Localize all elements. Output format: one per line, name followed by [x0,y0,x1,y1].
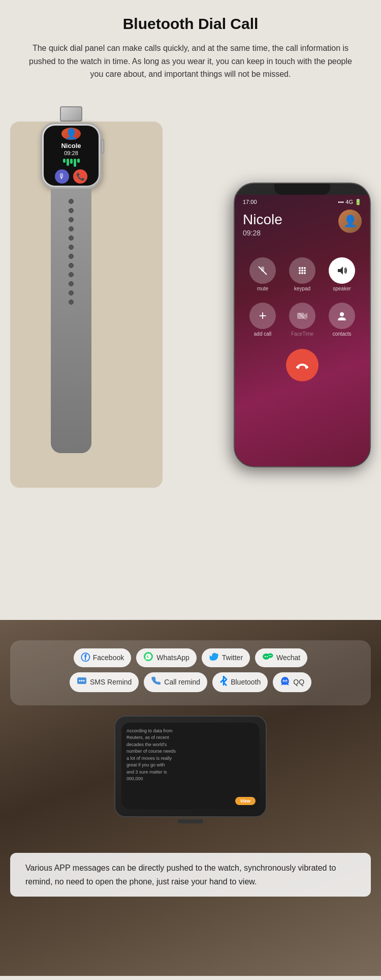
strap-hole-9 [69,272,74,277]
call-buttons-row-1: mute keypad [243,257,362,291]
call-remind-label: Call remind [164,678,200,686]
view-button[interactable]: View [235,797,256,805]
watch-buckle-top [60,106,82,122]
svg-point-21 [267,656,268,657]
watch-end-call-button[interactable]: 📞 [73,169,87,184]
watch-caller-name: Nicole [61,142,81,150]
qq-pill: QQ [273,672,311,692]
qq-icon [280,676,290,689]
mute-button-wrap: mute [249,257,276,291]
svg-point-30 [283,680,284,682]
svg-point-1 [299,267,301,269]
watch-container: 👤 Nicole 09:28 🎙 📞 [41,106,102,453]
section-dial: Bluetooth Dial Call The quick dial panel… [0,0,381,81]
section-description: The quick dial panel can make calls quic… [23,42,358,81]
whatsapp-icon [143,651,153,664]
facebook-pill: ⓕ Facebook [74,648,131,667]
call-remind-icon [151,676,161,689]
end-call-button[interactable] [286,349,319,381]
bluetooth-label: Bluetooth [231,678,261,686]
pills-row-2: SMS Remind Call remind [16,672,365,692]
bar4 [74,159,76,167]
keypad-button[interactable] [289,257,315,284]
contacts-button[interactable] [329,303,355,329]
svg-point-6 [304,270,306,272]
svg-marker-10 [338,266,343,275]
svg-point-7 [299,272,301,274]
wechat-icon [262,651,273,664]
bar1 [63,159,66,163]
svg-point-22 [269,655,270,656]
mute-label: mute [257,286,268,291]
whatsapp-label: WhatsApp [156,654,189,662]
svg-point-31 [286,680,287,682]
sms-label: SMS Remind [90,678,132,686]
twitter-icon [209,651,219,664]
facebook-icon: ⓕ [81,651,90,664]
svg-point-8 [301,272,303,274]
bar3 [70,159,73,164]
iphone-screen: 17:00 ▪▪▪ 4G 🔋 Nicole 09:28 👤 mute [235,195,370,466]
watch-strap-bottom [51,189,91,453]
bluetooth-icon [219,675,228,689]
iphone-signal: ▪▪▪ 4G 🔋 [338,199,362,205]
svg-rect-11 [297,313,304,319]
bluetooth-pill: Bluetooth [212,672,268,692]
twitter-pill: Twitter [202,648,250,667]
watch-notification-screen: According to data from Reuters, as of re… [121,723,260,809]
svg-point-9 [304,272,306,274]
keypad-label: keypad [294,286,310,291]
watch-display-frame: According to data from Reuters, as of re… [114,716,267,817]
svg-point-3 [304,267,306,269]
sms-icon [77,676,87,689]
iphone-caller-section: Nicole 09:28 👤 [243,212,362,242]
svg-point-5 [301,270,303,272]
watch-case: 👤 Nicole 09:28 🎙 📞 [41,123,102,189]
watch-home-indicator [178,819,203,823]
contacts-button-wrap: contacts [329,303,355,337]
watch-screen: 👤 Nicole 09:28 🎙 📞 [44,126,99,186]
notify-description: Various APP messages can be directly pus… [20,861,361,888]
wechat-label: Wechat [276,654,300,662]
iphone-time: 17:00 [243,199,257,205]
watch-call-time: 09:28 [64,150,78,156]
iphone-notch [274,184,330,195]
speaker-button[interactable] [329,257,355,284]
speaker-button-wrap: speaker [329,257,355,291]
watch-on-wrist: According to data from Reuters, as of re… [114,716,267,838]
keypad-button-wrap: keypad [289,257,315,291]
strap-hole-1 [69,199,74,204]
iphone-status-bar: 17:00 ▪▪▪ 4G 🔋 [243,199,362,205]
facetime-button-wrap: FaceTime [289,303,315,337]
add-call-button-wrap: + add call [249,303,276,337]
strap-hole-4 [69,226,74,231]
svg-line-15 [298,365,299,368]
scene-container: 👤 Nicole 09:28 🎙 📞 [0,91,381,620]
mute-button[interactable] [249,257,276,284]
facetime-button[interactable] [289,303,315,329]
add-call-label: add call [254,331,271,337]
strap-hole-7 [69,254,74,259]
facetime-label: FaceTime [291,331,313,337]
svg-line-16 [305,365,306,368]
wrist-watch-area: According to data from Reuters, as of re… [10,716,371,838]
watch-mic-button[interactable]: 🎙 [55,169,69,184]
wechat-pill: Wechat [255,648,307,667]
watch-side-button [101,139,104,154]
iphone-container: 17:00 ▪▪▪ 4G 🔋 Nicole 09:28 👤 mute [234,183,371,467]
bar5 [77,159,80,163]
speaker-label: speaker [333,286,351,291]
sms-pill: SMS Remind [70,672,139,692]
notify-content: ⓕ Facebook WhatsApp [0,620,381,912]
strap-hole-2 [69,208,74,213]
svg-point-23 [271,655,272,656]
svg-point-2 [301,267,303,269]
notify-description-box: Various APP messages can be directly pus… [10,853,371,897]
svg-point-19 [268,653,273,658]
bar2 [67,159,69,166]
section-notify: ⓕ Facebook WhatsApp [0,620,381,976]
add-call-button[interactable]: + [249,303,276,329]
strap-hole-8 [69,263,74,268]
svg-point-4 [299,270,301,272]
page-title: Bluetooth Dial Call [15,15,366,33]
